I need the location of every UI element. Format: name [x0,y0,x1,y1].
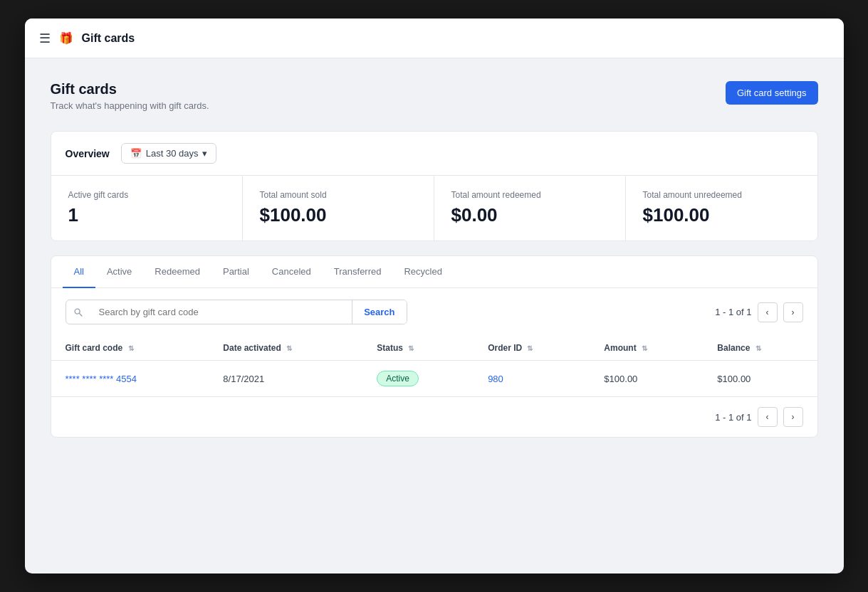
cell-amount: $100.00 [590,361,703,397]
gift-card-code-link[interactable]: **** **** **** 4554 [66,374,137,384]
stat-label-0: Active gift cards [68,190,225,200]
cell-order: 980 [474,361,590,397]
stat-value-0: 1 [68,204,225,226]
search-input[interactable] [90,300,352,324]
stat-active-gift-cards: Active gift cards 1 [51,176,243,240]
page-content: Gift cards Track what's happening with g… [25,58,844,460]
tab-active[interactable]: Active [95,256,143,288]
tab-canceled[interactable]: Canceled [261,256,323,288]
col-header-balance[interactable]: Balance ⇅ [703,336,817,361]
tab-all[interactable]: All [63,256,95,288]
page-header-left: Gift cards Track what's happening with g… [51,81,209,111]
topbar: ☰ 🎁 Gift cards [25,18,844,58]
status-badge: Active [377,371,419,386]
sort-icon-code: ⇅ [128,344,134,352]
col-header-status[interactable]: Status ⇅ [362,336,474,361]
sort-icon-date: ⇅ [286,344,292,352]
search-row: Search 1 - 1 of 1 ‹ › [51,288,817,336]
stat-label-3: Total amount unredeemed [643,190,800,200]
tab-partial[interactable]: Partial [211,256,261,288]
col-header-date[interactable]: Date activated ⇅ [209,336,362,361]
cell-date: 8/17/2021 [209,361,362,397]
table-head: Gift card code ⇅ Date activated ⇅ Status… [51,336,817,361]
next-page-button[interactable]: › [783,302,803,322]
stat-label-2: Total amount redeemed [451,190,608,200]
sort-icon-order: ⇅ [527,344,533,352]
cell-code: **** **** **** 4554 [51,361,209,397]
tab-recycled[interactable]: Recycled [392,256,453,288]
next-page-bottom-button[interactable]: › [783,407,803,427]
stats-row: Active gift cards 1 Total amount sold $1… [51,176,817,240]
stat-total-redeemed: Total amount redeemed $0.00 [434,176,626,240]
search-icon [66,307,90,317]
tab-transferred[interactable]: Transferred [323,256,393,288]
topbar-title: Gift cards [82,32,135,45]
menu-icon[interactable]: ☰ [39,31,51,46]
overview-header: Overview 📅 Last 30 days ▾ [51,132,817,176]
stat-total-unredeemed: Total amount unredeemed $100.00 [626,176,817,240]
pagination-top-label: 1 - 1 of 1 [715,307,751,317]
gift-cards-table: Gift card code ⇅ Date activated ⇅ Status… [51,336,817,396]
prev-page-bottom-button[interactable]: ‹ [758,407,778,427]
page-subtitle: Track what's happening with gift cards. [51,100,209,111]
stat-value-2: $0.00 [451,204,608,226]
order-id-link[interactable]: 980 [488,374,503,384]
col-header-order[interactable]: Order ID ⇅ [474,336,590,361]
calendar-icon: 📅 [130,148,142,159]
date-filter-button[interactable]: 📅 Last 30 days ▾ [121,143,217,164]
gift-card-settings-button[interactable]: Gift card settings [726,81,818,105]
stat-value-3: $100.00 [643,204,800,226]
search-button[interactable]: Search [352,300,406,324]
sort-icon-balance: ⇅ [755,344,761,352]
pagination-top: 1 - 1 of 1 ‹ › [715,302,802,322]
col-header-code[interactable]: Gift card code ⇅ [51,336,209,361]
pagination-bottom-label: 1 - 1 of 1 [715,412,751,423]
stat-label-1: Total amount sold [260,190,417,200]
tabs: All Active Redeemed Partial Canceled Tra… [51,256,817,288]
cell-status: Active [362,361,474,397]
page-title: Gift cards [51,81,209,97]
gift-icon: 🎁 [59,31,73,45]
page-header: Gift cards Track what's happening with g… [51,81,818,111]
table-row: **** **** **** 4554 8/17/2021 Active 980… [51,361,817,397]
pagination-bottom: 1 - 1 of 1 ‹ › [51,396,817,437]
cell-balance: $100.00 [703,361,817,397]
gift-cards-table-card: All Active Redeemed Partial Canceled Tra… [51,255,818,438]
chevron-down-icon: ▾ [202,148,207,159]
stat-total-sold: Total amount sold $100.00 [243,176,434,240]
sort-icon-status: ⇅ [408,344,414,352]
sort-icon-amount: ⇅ [642,344,647,352]
table-body: **** **** **** 4554 8/17/2021 Active 980… [51,361,817,397]
overview-card: Overview 📅 Last 30 days ▾ Active gift ca… [51,131,818,241]
stat-value-1: $100.00 [260,204,417,226]
date-filter-label: Last 30 days [146,148,199,159]
overview-label: Overview [66,148,110,159]
tab-redeemed[interactable]: Redeemed [143,256,211,288]
col-header-amount[interactable]: Amount ⇅ [590,336,703,361]
prev-page-button[interactable]: ‹ [758,302,778,322]
search-box: Search [66,300,407,324]
app-window: ☰ 🎁 Gift cards Gift cards Track what's h… [25,18,844,574]
